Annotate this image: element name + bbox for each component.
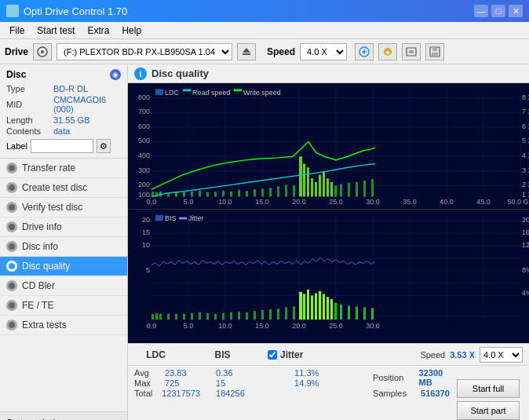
svg-rect-159 <box>299 292 302 320</box>
cd-bler-icon <box>6 280 17 291</box>
values-row: Avg 23.83 Max 725 Total 12317573 0.36 <box>128 366 529 420</box>
svg-text:35.0: 35.0 <box>403 198 417 206</box>
svg-rect-70 <box>199 191 201 196</box>
start-part-button[interactable]: Start part <box>457 401 520 420</box>
maximize-button[interactable]: □ <box>491 5 505 17</box>
sidebar-item-create-test-disc[interactable]: Create test disc <box>0 178 127 198</box>
label-label: Label <box>6 141 27 151</box>
disc-quality-header-icon: i <box>134 68 147 80</box>
sidebar-item-fe-te[interactable]: FE / TE <box>0 296 127 316</box>
toolbar-btn-3[interactable] <box>402 43 421 60</box>
svg-rect-97 <box>371 179 374 196</box>
svg-text:100: 100 <box>138 191 150 199</box>
svg-text:15.0: 15.0 <box>255 323 269 331</box>
sidebar-item-cd-bler[interactable]: CD Bler <box>0 276 127 296</box>
create-test-disc-icon <box>6 182 17 193</box>
sidebar-item-transfer-rate[interactable]: Transfer rate <box>0 159 127 178</box>
svg-rect-75 <box>238 190 240 196</box>
sidebar-nav: Transfer rate Create test disc Verify te… <box>0 159 127 411</box>
svg-rect-172 <box>363 307 366 320</box>
sidebar-item-disc-info[interactable]: Disc info <box>0 237 127 257</box>
svg-text:Write speed: Write speed <box>243 89 281 97</box>
avg-label: Avg <box>134 368 162 378</box>
svg-rect-145 <box>191 313 193 320</box>
menu-start-test[interactable]: Start test <box>31 24 81 38</box>
eject-button[interactable] <box>237 43 256 60</box>
svg-rect-93 <box>340 184 342 197</box>
toolbar-btn-2[interactable]: ★ <box>378 43 397 60</box>
svg-text:25.0: 25.0 <box>329 198 343 206</box>
svg-rect-84 <box>303 164 305 197</box>
disc-icon[interactable]: ◉ <box>110 69 121 80</box>
svg-text:300: 300 <box>138 166 150 174</box>
svg-text:600: 600 <box>138 122 150 130</box>
speed-pos-section: Position 32300 MB Samples 516370 <box>373 368 457 420</box>
window-controls: — □ ✕ <box>474 5 523 17</box>
toolbar-btn-1[interactable] <box>355 43 374 60</box>
sidebar: Disc ◉ Type BD-R DL MID CMCMAGDI6 (000) … <box>0 64 128 420</box>
svg-rect-144 <box>183 314 185 320</box>
svg-text:15: 15 <box>142 228 150 236</box>
app-title: Opti Drive Control 1.70 <box>24 5 127 17</box>
max-label: Max <box>134 378 162 388</box>
svg-text:500: 500 <box>138 137 150 145</box>
fe-te-icon <box>6 300 17 311</box>
speed-select-bottom[interactable]: 4.0 X <box>480 347 523 363</box>
titlebar: Opti Drive Control 1.70 — □ ✕ <box>0 0 529 22</box>
label-input[interactable] <box>31 139 93 153</box>
total-ldc: 12317573 <box>162 389 200 398</box>
svg-rect-153 <box>254 311 256 320</box>
svg-text:20: 20 <box>142 216 150 224</box>
minimize-button[interactable]: — <box>474 5 488 17</box>
svg-rect-95 <box>356 182 358 197</box>
ldc-header: LDC <box>146 349 166 360</box>
svg-text:5.0: 5.0 <box>184 323 194 331</box>
save-button[interactable] <box>425 43 444 60</box>
label-star-button[interactable]: ⚙ <box>97 139 111 153</box>
svg-rect-9 <box>407 48 416 56</box>
menu-help[interactable]: Help <box>115 24 148 38</box>
status-window-toggle[interactable]: Status window >> <box>0 411 127 420</box>
svg-rect-143 <box>175 314 177 320</box>
svg-rect-100 <box>183 89 191 91</box>
max-bis: 15 <box>216 378 225 388</box>
drive-icon-button[interactable] <box>33 43 52 60</box>
bis-header: BIS <box>214 349 230 360</box>
avg-jitter: 11.3% <box>294 368 319 378</box>
svg-rect-150 <box>230 312 232 320</box>
speed-select[interactable]: 4.0 X <box>300 43 347 60</box>
disc-section-title: Disc <box>6 69 26 80</box>
svg-text:7 X: 7 X <box>522 108 529 115</box>
drivebar: Drive (F:) PLEXTOR BD-R PX-LB950SA 1.04 … <box>0 39 529 64</box>
sidebar-item-disc-quality[interactable]: Disc quality <box>0 257 127 276</box>
verify-test-disc-icon <box>6 202 17 213</box>
start-full-button[interactable]: Start full <box>457 379 520 398</box>
svg-text:i: i <box>139 69 141 79</box>
sidebar-item-extra-tests[interactable]: Extra tests <box>0 316 127 335</box>
svg-text:BIS: BIS <box>165 215 177 223</box>
svg-rect-78 <box>261 188 264 196</box>
svg-text:16%: 16% <box>522 228 529 236</box>
svg-text:12%: 12% <box>522 241 529 249</box>
svg-rect-13 <box>432 47 437 51</box>
svg-rect-80 <box>277 186 279 196</box>
svg-text:20.0: 20.0 <box>292 198 306 206</box>
close-button[interactable]: ✕ <box>509 5 523 17</box>
jitter-section: 11.3% 14.9% <box>294 368 357 420</box>
svg-rect-152 <box>246 312 248 320</box>
svg-text:800: 800 <box>138 93 150 101</box>
svg-rect-162 <box>311 295 313 320</box>
contents-value: data <box>53 126 121 137</box>
svg-text:LDC: LDC <box>165 89 179 97</box>
svg-rect-148 <box>214 314 217 320</box>
sidebar-item-drive-info[interactable]: Drive info <box>0 217 127 237</box>
sidebar-item-verify-test-disc[interactable]: Verify test disc <box>0 198 127 217</box>
svg-text:0.0: 0.0 <box>147 323 157 331</box>
jitter-checkbox[interactable] <box>268 350 277 360</box>
drive-select[interactable]: (F:) PLEXTOR BD-R PX-LB950SA 1.04 <box>57 43 232 60</box>
drive-label: Drive <box>5 46 28 57</box>
menu-file[interactable]: File <box>3 24 31 38</box>
menu-extra[interactable]: Extra <box>81 24 115 38</box>
svg-rect-146 <box>199 312 201 320</box>
svg-text:6 X: 6 X <box>522 122 529 130</box>
